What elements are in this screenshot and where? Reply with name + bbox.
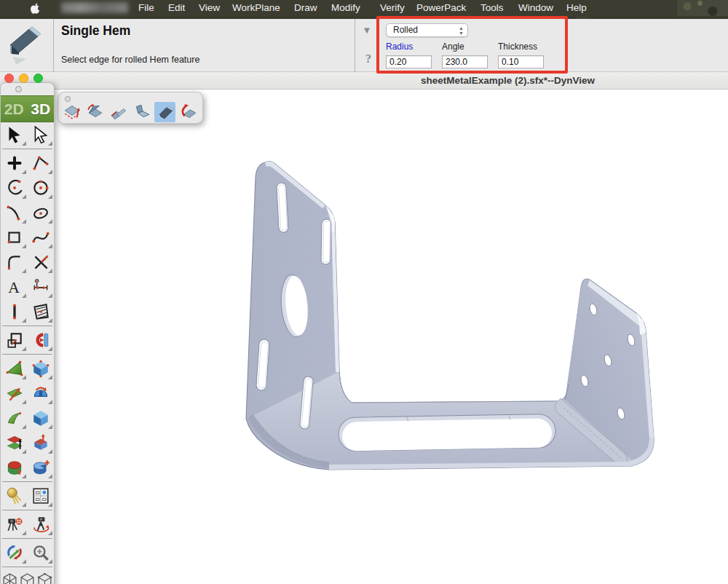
menu-powerpack[interactable]: PowerPack [416,2,466,14]
tool-thick-bar[interactable] [1,299,28,324]
model-viewport[interactable] [0,90,728,584]
tool-joggle[interactable] [108,102,129,122]
thickness-field-group: Thickness [498,42,544,68]
tool-rectangle[interactable] [1,225,28,250]
tool-message-panel: Single Hem Select edge for rolled Hem fe… [0,19,728,72]
tool-render-light[interactable] [1,484,28,508]
tool-offset-copy[interactable] [1,328,28,352]
minimize-window-button[interactable] [19,74,28,83]
view-cube-edges-icon [2,573,17,584]
tool-unfold[interactable] [61,102,82,122]
tool-select-open-arrow[interactable] [28,122,54,147]
palette-header [1,83,54,95]
menu-file[interactable]: File [138,2,154,14]
window-controls [4,74,43,83]
palette-close-button[interactable] [15,86,22,92]
divider [2,354,52,355]
tool-dimension[interactable] [28,275,54,299]
menu-workplane[interactable]: WorkPlane [232,2,280,14]
angle-field-group: Angle [442,42,488,68]
tool-fold[interactable] [84,102,106,122]
panel-title: Single Hem [61,23,130,39]
tool-text[interactable]: A [1,275,28,299]
panel-subtitle: Select edge for rolled Hem feature [61,55,199,65]
tool-rolled-hem[interactable] [178,102,199,122]
tool-flange[interactable] [131,102,152,122]
tool-spline[interactable] [28,225,54,250]
mode-2d-button[interactable]: 2D [1,96,28,122]
tool-solid-block[interactable] [28,406,54,430]
tool-sweep-surface[interactable] [1,406,28,430]
tool-view-cube-3[interactable] [36,569,54,584]
tool-ellipse[interactable] [28,200,54,225]
collapse-panel-button[interactable]: ▼ [360,25,374,36]
zoom-window-button[interactable] [33,74,43,83]
tool-view-cube-2[interactable] [19,569,36,584]
tool-view-cube-1[interactable] [1,569,19,584]
menu-window[interactable]: Window [518,2,553,14]
tool-polyline[interactable] [28,151,54,175]
tool-select-arrow[interactable] [1,122,28,147]
angle-label: Angle [442,42,488,52]
wallpaper-texture [677,0,728,16]
menu-modify[interactable]: Modify [331,2,360,14]
divider [2,481,52,482]
radius-field-group: Radius [386,42,432,68]
divider [2,538,52,539]
dropdown-stepper-icon: ▲▼ [459,25,464,36]
tool-fillet-corner[interactable] [1,250,28,275]
menu-tools[interactable]: Tools [480,2,504,14]
tool-loft[interactable] [1,430,28,455]
tool-arc[interactable] [1,175,28,200]
tool-trim-cross[interactable] [28,250,54,275]
tool-thicken[interactable] [28,430,54,455]
menu-bar: File Edit View WorkPlane Draw Modify Ver… [0,0,728,16]
tool-magnet-snap[interactable] [28,328,54,352]
divider [2,510,52,510]
radius-input[interactable] [386,55,432,68]
tool-zoom-in[interactable] [28,540,54,565]
app-window: File Edit View WorkPlane Draw Modify Ver… [0,0,728,584]
tool-boolean-add[interactable] [28,455,54,480]
help-button[interactable]: ? [361,52,376,66]
tool-walkthrough[interactable] [28,512,54,537]
tool-camera[interactable] [1,512,28,537]
divider [2,325,52,326]
sheet-metal-toolbar-close-button[interactable] [65,96,71,102]
close-window-button[interactable] [4,74,14,83]
menu-verify[interactable]: Verify [380,2,405,14]
active-app-name-blurred[interactable] [61,2,128,13]
menu-view[interactable]: View [199,2,220,14]
menu-edit[interactable]: Edit [168,2,185,14]
tool-shell[interactable] [1,455,28,480]
joggle-icon [109,103,128,122]
tool-hatch[interactable] [28,299,54,324]
divider [355,19,355,72]
divider [2,149,52,149]
tool-revolve-solid[interactable] [28,381,54,406]
thickness-label: Thickness [498,42,544,52]
tool-extrude-surface[interactable] [1,381,28,406]
tool-circle[interactable] [28,175,54,200]
view-cube-vertices-icon [37,573,52,584]
single-hem-icon [156,103,175,122]
tool-point[interactable] [1,151,28,175]
mode-3d-button[interactable]: 3D [28,96,55,122]
tool-curve[interactable] [1,200,28,225]
hem-parameters-highlight-box: Rolled ▲▼ Radius Angle Thickness [376,16,568,74]
mode-switch: 2D 3D [1,95,54,122]
menu-draw[interactable]: Draw [294,2,317,14]
thickness-input[interactable] [498,55,544,68]
svg-text:A: A [8,279,20,296]
tool-solid-cube[interactable] [28,356,54,381]
single-hem-feature-icon [0,19,54,72]
apple-menu-icon[interactable] [31,3,40,14]
angle-input[interactable] [442,55,488,68]
tool-orbit-rotate[interactable] [1,540,28,565]
divider [2,567,52,567]
tool-single-hem[interactable] [154,102,175,122]
tool-material-grid[interactable] [28,484,54,508]
hem-type-dropdown[interactable]: Rolled ▲▼ [386,23,468,37]
menu-help[interactable]: Help [566,2,587,14]
tool-surface-mesh[interactable] [1,356,28,381]
